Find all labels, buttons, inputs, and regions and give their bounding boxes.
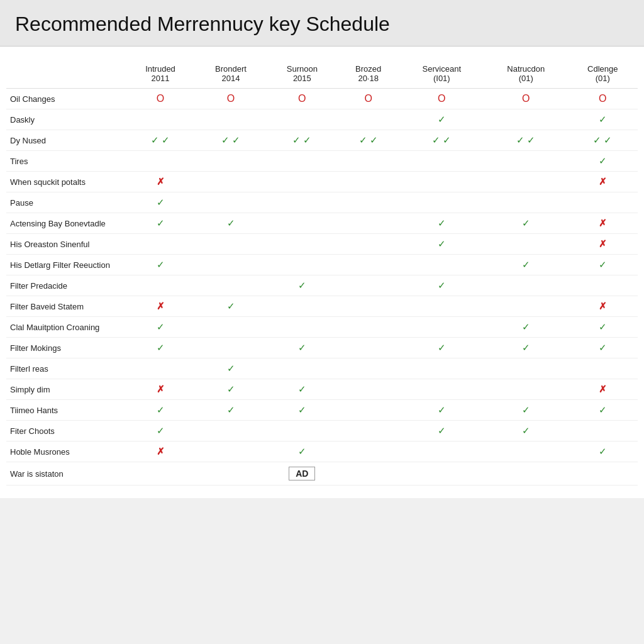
cell-col4 [338, 421, 399, 441]
cell-col2: ✓ [195, 358, 267, 379]
cell-col2 [195, 172, 267, 192]
cell-col1: ✓ [126, 213, 195, 234]
check-icon: ✓ [298, 280, 306, 291]
cell-col7: ✓ [568, 338, 638, 358]
cell-col4 [338, 192, 399, 213]
cell-col5 [399, 296, 484, 317]
col-header-name: Brondert [215, 64, 247, 74]
cell-col4: ✓ ✓ [338, 130, 399, 151]
cell-col2 [195, 275, 267, 296]
check-icon: ✓ [438, 342, 446, 353]
cell-col3: ✓ [267, 275, 338, 296]
col-header-col2: Brondert2014 [195, 59, 267, 89]
cell-col1: ✓ [126, 421, 195, 441]
cell-col7: ✗ [568, 172, 638, 192]
cell-col1: ✓ [126, 192, 195, 213]
col-header-name: Natrucdon [507, 64, 545, 74]
circle-icon: O [298, 93, 306, 104]
col-header-sub: (01) [519, 74, 533, 83]
check-icon: ✓ [157, 218, 165, 228]
check-icon: ✓ [157, 404, 165, 415]
col-header-sub: 2015 [293, 74, 311, 83]
table-row: Hoble Musrones✗✓✓ [6, 441, 638, 462]
cell-col4 [338, 213, 399, 234]
col-header-sub: 2014 [222, 74, 240, 83]
cell-col6: ✓ ✓ [484, 130, 568, 151]
circle-icon: O [157, 93, 164, 104]
cell-col6 [484, 192, 568, 213]
row-label-cell: Hoble Musrones [6, 441, 126, 462]
cell-col6 [484, 462, 568, 486]
cell-col7: O [568, 89, 638, 109]
double-check-icon: ✓ ✓ [593, 135, 612, 145]
cell-col6 [484, 296, 568, 317]
cell-col2 [195, 109, 267, 130]
cell-col7 [568, 275, 638, 296]
cell-col4 [338, 379, 399, 400]
table-row: Pause✓ [6, 192, 638, 213]
double-check-icon: ✓ ✓ [221, 135, 240, 145]
check-icon: ✓ [157, 342, 165, 353]
check-icon: ✓ [522, 342, 530, 353]
cell-col3: ✓ [267, 379, 338, 400]
double-check-icon: ✓ ✓ [432, 135, 451, 145]
cell-col4 [338, 275, 399, 296]
cell-col5: ✓ ✓ [399, 130, 484, 151]
table-header: Intruded2011Brondert2014Surnoon2015Broze… [6, 59, 638, 89]
cross-icon: ✗ [599, 176, 607, 187]
cross-icon: ✗ [157, 446, 165, 457]
row-label-cell: Filter Baveid Statem [6, 296, 126, 317]
cell-col3: ✓ [267, 441, 338, 462]
check-icon: ✓ [599, 404, 607, 415]
check-icon: ✓ [227, 384, 235, 394]
check-icon: ✓ [227, 301, 235, 311]
header-row: Intruded2011Brondert2014Surnoon2015Broze… [6, 59, 638, 89]
cell-col7 [568, 358, 638, 379]
table-row: Oil ChangesOOOOOOO [6, 89, 638, 109]
row-label-cell: Tires [6, 151, 126, 172]
cell-col3 [267, 358, 338, 379]
cell-col5: ✓ [399, 400, 484, 421]
cell-col5 [399, 192, 484, 213]
cell-col4 [338, 462, 399, 486]
cell-col3 [267, 109, 338, 130]
table-row: Dy Nused✓ ✓✓ ✓✓ ✓✓ ✓✓ ✓✓ ✓✓ ✓ [6, 130, 638, 151]
check-icon: ✓ [438, 238, 446, 249]
check-icon: ✓ [599, 446, 607, 457]
cell-col3 [267, 172, 338, 192]
table-row: Filter Mokings✓✓✓✓✓ [6, 338, 638, 358]
cell-col5: ✓ [399, 109, 484, 130]
col-header-sub: 2011 [152, 74, 170, 83]
cell-col6: O [484, 89, 568, 109]
circle-icon: O [227, 93, 235, 104]
cell-col4 [338, 151, 399, 172]
cell-col2: ✓ [195, 296, 267, 317]
check-icon: ✓ [298, 384, 306, 394]
cross-icon: ✗ [599, 238, 607, 249]
cell-col5: ✓ [399, 213, 484, 234]
circle-icon: O [364, 93, 372, 104]
cell-col3 [267, 213, 338, 234]
cell-col1: ✓ [126, 400, 195, 421]
cell-col6 [484, 275, 568, 296]
check-icon: ✓ [438, 404, 446, 415]
row-label-cell: Filterl reas [6, 358, 126, 379]
cell-col3 [267, 421, 338, 441]
cell-col5 [399, 379, 484, 400]
cell-col7: ✓ [568, 109, 638, 130]
row-label-cell: Clal Mauitption Croaning [6, 317, 126, 338]
cell-col6 [484, 109, 568, 130]
cell-col1 [126, 234, 195, 255]
cell-col5 [399, 462, 484, 486]
cell-col7: ✗ [568, 234, 638, 255]
check-icon: ✓ [298, 404, 306, 415]
check-icon: ✓ [298, 446, 306, 457]
row-label-cell: War is sistaton [6, 462, 126, 486]
cell-col5: ✓ [399, 421, 484, 441]
cell-col7: ✓ [568, 255, 638, 275]
row-label-cell: When squckit potalts [6, 172, 126, 192]
circle-icon: O [438, 93, 445, 104]
page-header: Recommended Merrennucy key Schedule [0, 0, 644, 47]
row-label-cell: Actensing Bay Bonevtadle [6, 213, 126, 234]
table-row: Filter Baveid Statem✗✓✗ [6, 296, 638, 317]
